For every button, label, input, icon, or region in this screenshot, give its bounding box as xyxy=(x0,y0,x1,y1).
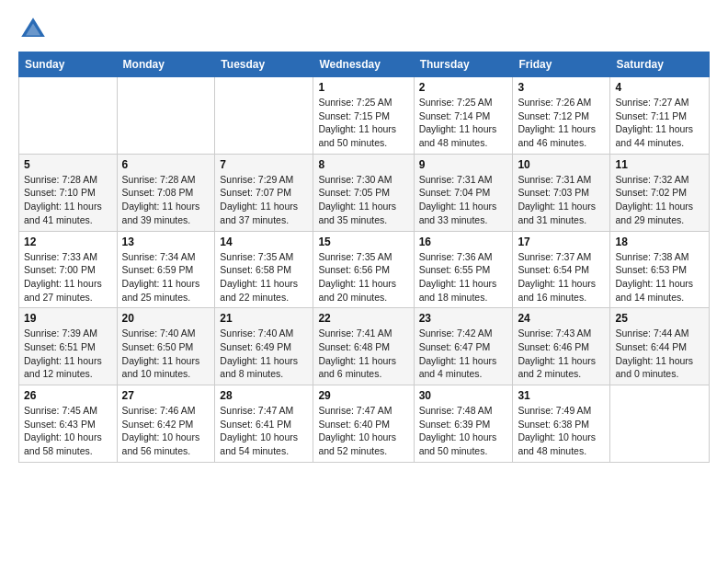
day-info: Sunrise: 7:44 AMSunset: 6:44 PMDaylight:… xyxy=(615,327,704,381)
day-cell: 17Sunrise: 7:37 AMSunset: 6:54 PMDayligh… xyxy=(513,231,610,308)
page: SundayMondayTuesdayWednesdayThursdayFrid… xyxy=(0,0,728,563)
day-cell: 26Sunrise: 7:45 AMSunset: 6:43 PMDayligh… xyxy=(19,385,118,463)
header-wednesday: Wednesday xyxy=(313,52,414,77)
day-cell: 19Sunrise: 7:39 AMSunset: 6:51 PMDayligh… xyxy=(19,308,118,385)
day-cell: 27Sunrise: 7:46 AMSunset: 6:42 PMDayligh… xyxy=(117,385,215,463)
day-number: 25 xyxy=(615,312,704,325)
day-info: Sunrise: 7:45 AMSunset: 6:43 PMDaylight:… xyxy=(24,404,112,458)
day-cell: 8Sunrise: 7:30 AMSunset: 7:05 PMDaylight… xyxy=(313,154,414,231)
day-info: Sunrise: 7:28 AMSunset: 7:08 PMDaylight:… xyxy=(122,173,210,227)
day-number: 1 xyxy=(318,81,408,94)
day-cell: 20Sunrise: 7:40 AMSunset: 6:50 PMDayligh… xyxy=(117,308,215,385)
day-cell: 21Sunrise: 7:40 AMSunset: 6:49 PMDayligh… xyxy=(215,308,313,385)
day-cell xyxy=(215,77,313,155)
day-cell: 10Sunrise: 7:31 AMSunset: 7:03 PMDayligh… xyxy=(513,154,610,231)
day-number: 5 xyxy=(24,158,112,171)
day-info: Sunrise: 7:38 AMSunset: 6:53 PMDaylight:… xyxy=(615,250,704,304)
day-number: 31 xyxy=(518,389,605,402)
day-number: 11 xyxy=(615,158,704,171)
day-info: Sunrise: 7:34 AMSunset: 6:59 PMDaylight:… xyxy=(122,250,210,304)
day-cell: 18Sunrise: 7:38 AMSunset: 6:53 PMDayligh… xyxy=(610,231,710,308)
calendar-header-row: SundayMondayTuesdayWednesdayThursdayFrid… xyxy=(19,52,710,77)
day-number: 28 xyxy=(220,389,308,402)
day-number: 9 xyxy=(419,158,508,171)
day-cell: 28Sunrise: 7:47 AMSunset: 6:41 PMDayligh… xyxy=(215,385,313,463)
day-cell: 31Sunrise: 7:49 AMSunset: 6:38 PMDayligh… xyxy=(513,385,610,463)
day-number: 20 xyxy=(122,312,210,325)
day-info: Sunrise: 7:31 AMSunset: 7:03 PMDaylight:… xyxy=(518,173,605,227)
header-friday: Friday xyxy=(513,52,610,77)
day-number: 26 xyxy=(24,389,112,402)
day-info: Sunrise: 7:35 AMSunset: 6:56 PMDaylight:… xyxy=(318,250,408,304)
calendar-table: SundayMondayTuesdayWednesdayThursdayFrid… xyxy=(18,52,710,463)
week-row-3: 19Sunrise: 7:39 AMSunset: 6:51 PMDayligh… xyxy=(19,308,710,385)
day-cell: 9Sunrise: 7:31 AMSunset: 7:04 PMDaylight… xyxy=(414,154,513,231)
day-cell: 7Sunrise: 7:29 AMSunset: 7:07 PMDaylight… xyxy=(215,154,313,231)
day-info: Sunrise: 7:27 AMSunset: 7:11 PMDaylight:… xyxy=(615,96,704,150)
day-info: Sunrise: 7:28 AMSunset: 7:10 PMDaylight:… xyxy=(24,173,112,227)
day-cell: 3Sunrise: 7:26 AMSunset: 7:12 PMDaylight… xyxy=(513,77,610,155)
day-info: Sunrise: 7:41 AMSunset: 6:48 PMDaylight:… xyxy=(318,327,408,381)
day-number: 13 xyxy=(122,236,210,248)
day-info: Sunrise: 7:30 AMSunset: 7:05 PMDaylight:… xyxy=(318,173,408,227)
day-cell: 5Sunrise: 7:28 AMSunset: 7:10 PMDaylight… xyxy=(19,154,118,231)
day-number: 24 xyxy=(518,312,605,325)
day-info: Sunrise: 7:40 AMSunset: 6:49 PMDaylight:… xyxy=(220,327,308,381)
day-cell: 6Sunrise: 7:28 AMSunset: 7:08 PMDaylight… xyxy=(117,154,215,231)
logo xyxy=(18,15,51,44)
day-number: 6 xyxy=(122,158,210,171)
day-number: 8 xyxy=(318,158,408,171)
day-info: Sunrise: 7:31 AMSunset: 7:04 PMDaylight:… xyxy=(419,173,508,227)
day-cell: 16Sunrise: 7:36 AMSunset: 6:55 PMDayligh… xyxy=(414,231,513,308)
logo-icon xyxy=(18,15,48,44)
day-info: Sunrise: 7:47 AMSunset: 6:41 PMDaylight:… xyxy=(220,404,308,458)
week-row-0: 1Sunrise: 7:25 AMSunset: 7:15 PMDaylight… xyxy=(19,77,710,155)
day-number: 10 xyxy=(518,158,605,171)
day-info: Sunrise: 7:29 AMSunset: 7:07 PMDaylight:… xyxy=(220,173,308,227)
day-number: 4 xyxy=(615,81,704,94)
day-number: 29 xyxy=(318,389,408,402)
header-saturday: Saturday xyxy=(610,52,710,77)
day-number: 12 xyxy=(24,236,112,248)
day-number: 16 xyxy=(419,236,508,248)
day-info: Sunrise: 7:49 AMSunset: 6:38 PMDaylight:… xyxy=(518,404,605,458)
day-number: 18 xyxy=(615,236,704,248)
day-cell: 24Sunrise: 7:43 AMSunset: 6:46 PMDayligh… xyxy=(513,308,610,385)
day-number: 2 xyxy=(419,81,508,94)
day-info: Sunrise: 7:47 AMSunset: 6:40 PMDaylight:… xyxy=(318,404,408,458)
day-info: Sunrise: 7:42 AMSunset: 6:47 PMDaylight:… xyxy=(419,327,508,381)
day-cell: 4Sunrise: 7:27 AMSunset: 7:11 PMDaylight… xyxy=(610,77,710,155)
day-info: Sunrise: 7:40 AMSunset: 6:50 PMDaylight:… xyxy=(122,327,210,381)
day-cell xyxy=(610,385,710,463)
day-info: Sunrise: 7:25 AMSunset: 7:15 PMDaylight:… xyxy=(318,96,408,150)
day-cell: 11Sunrise: 7:32 AMSunset: 7:02 PMDayligh… xyxy=(610,154,710,231)
day-number: 3 xyxy=(518,81,605,94)
day-cell: 22Sunrise: 7:41 AMSunset: 6:48 PMDayligh… xyxy=(313,308,414,385)
day-number: 30 xyxy=(419,389,508,402)
day-info: Sunrise: 7:37 AMSunset: 6:54 PMDaylight:… xyxy=(518,250,605,304)
week-row-1: 5Sunrise: 7:28 AMSunset: 7:10 PMDaylight… xyxy=(19,154,710,231)
day-number: 7 xyxy=(220,158,308,171)
day-cell: 29Sunrise: 7:47 AMSunset: 6:40 PMDayligh… xyxy=(313,385,414,463)
day-cell: 13Sunrise: 7:34 AMSunset: 6:59 PMDayligh… xyxy=(117,231,215,308)
day-cell: 14Sunrise: 7:35 AMSunset: 6:58 PMDayligh… xyxy=(215,231,313,308)
day-cell: 12Sunrise: 7:33 AMSunset: 7:00 PMDayligh… xyxy=(19,231,118,308)
header xyxy=(18,15,710,44)
day-cell: 15Sunrise: 7:35 AMSunset: 6:56 PMDayligh… xyxy=(313,231,414,308)
day-info: Sunrise: 7:26 AMSunset: 7:12 PMDaylight:… xyxy=(518,96,605,150)
header-thursday: Thursday xyxy=(414,52,513,77)
day-cell: 2Sunrise: 7:25 AMSunset: 7:14 PMDaylight… xyxy=(414,77,513,155)
day-info: Sunrise: 7:48 AMSunset: 6:39 PMDaylight:… xyxy=(419,404,508,458)
day-info: Sunrise: 7:39 AMSunset: 6:51 PMDaylight:… xyxy=(24,327,112,381)
day-number: 27 xyxy=(122,389,210,402)
day-info: Sunrise: 7:33 AMSunset: 7:00 PMDaylight:… xyxy=(24,250,112,304)
day-cell: 23Sunrise: 7:42 AMSunset: 6:47 PMDayligh… xyxy=(414,308,513,385)
day-info: Sunrise: 7:43 AMSunset: 6:46 PMDaylight:… xyxy=(518,327,605,381)
day-info: Sunrise: 7:25 AMSunset: 7:14 PMDaylight:… xyxy=(419,96,508,150)
day-number: 22 xyxy=(318,312,408,325)
header-monday: Monday xyxy=(117,52,215,77)
header-sunday: Sunday xyxy=(19,52,118,77)
day-number: 15 xyxy=(318,236,408,248)
day-number: 23 xyxy=(419,312,508,325)
day-number: 14 xyxy=(220,236,308,248)
